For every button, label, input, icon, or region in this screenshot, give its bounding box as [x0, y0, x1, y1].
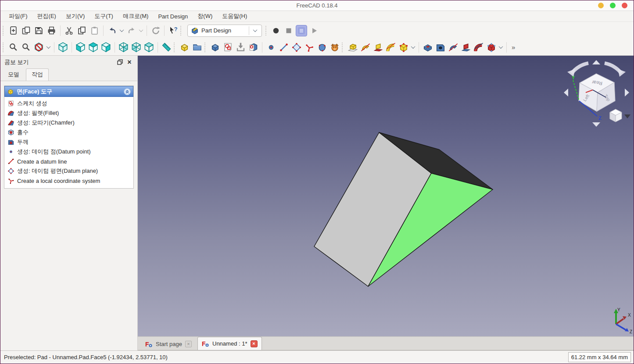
local-coordinate-system-button[interactable]	[303, 41, 315, 54]
tab-close-button[interactable]: ×	[251, 340, 258, 347]
additive-primitive-dropdown-icon[interactable]	[411, 44, 416, 49]
face-tools-header[interactable]: 면(Face) 도구	[4, 86, 133, 97]
fit-selection-button[interactable]	[20, 41, 32, 54]
revolution-button[interactable]	[359, 41, 372, 54]
task-item-thickness[interactable]: 두께	[4, 137, 133, 147]
menu-macro[interactable]: 매크로(M)	[118, 11, 154, 21]
hole-button[interactable]	[434, 41, 447, 54]
save-button[interactable]	[32, 24, 45, 37]
redo-dropdown-icon[interactable]	[139, 28, 143, 32]
toolbar-grip[interactable]	[3, 26, 5, 36]
task-item-datum-point[interactable]: 생성: 데이텀 점(Datum point)	[4, 147, 133, 157]
menu-help[interactable]: 도움말(H)	[217, 11, 252, 21]
rotate-ccw-arrow-icon[interactable]	[564, 89, 568, 96]
left-view-button[interactable]	[143, 41, 155, 54]
menu-part-design[interactable]: Part Design	[153, 12, 193, 21]
open-group-button[interactable]	[191, 41, 204, 54]
print-button[interactable]	[45, 24, 58, 37]
task-item-datum-line[interactable]: Create a datum line	[4, 157, 133, 166]
refresh-button[interactable]	[149, 24, 162, 37]
undo-button[interactable]	[106, 24, 118, 37]
rotate-right-arrow-icon[interactable]	[618, 69, 626, 77]
navcube-menu-cube-icon[interactable]	[610, 109, 622, 122]
copy-button[interactable]	[75, 24, 88, 37]
panel-close-button[interactable]: ×	[125, 58, 133, 66]
toolbar-grip[interactable]	[265, 26, 268, 36]
task-item-chamfer[interactable]: 생성: 모따기(Chamfer)	[4, 118, 133, 128]
create-body-button[interactable]	[209, 41, 222, 54]
datum-point-button[interactable]	[265, 41, 277, 54]
macro-record-button[interactable]	[270, 24, 283, 37]
cut-button[interactable]	[63, 24, 75, 37]
menu-file[interactable]: 파일(F)	[4, 11, 32, 21]
paste-button[interactable]	[88, 24, 101, 37]
additive-primitive-button[interactable]	[397, 41, 410, 54]
edit-sketch-button[interactable]	[234, 41, 247, 54]
draw-style-dropdown-icon[interactable]	[47, 44, 51, 49]
redo-button[interactable]	[125, 24, 138, 37]
pocket-button[interactable]	[421, 41, 434, 54]
task-item-local-cs[interactable]: Create a local coordinate system	[4, 176, 133, 186]
datum-line-button[interactable]	[277, 41, 290, 54]
section-collapse-button[interactable]	[124, 88, 131, 95]
draw-style-button[interactable]	[32, 41, 45, 54]
tab-unnamed-document[interactable]: F Unnamed : 1* ×	[197, 337, 262, 350]
tab-start-page[interactable]: F Start page ×	[141, 338, 196, 350]
panel-float-button[interactable]	[116, 58, 124, 66]
rotate-cw-arrow-icon[interactable]	[625, 89, 629, 96]
front-view-button[interactable]	[74, 41, 87, 54]
top-view-button[interactable]	[87, 41, 100, 54]
menu-view[interactable]: 보기(V)	[61, 11, 90, 21]
datum-plane-button[interactable]	[290, 41, 303, 54]
task-item-create-sketch[interactable]: 스케치 생성	[4, 99, 133, 108]
task-item-fillet[interactable]: 생성: 필렛(Fillet)	[4, 108, 133, 118]
menu-edit[interactable]: 편집(E)	[32, 11, 61, 21]
toolbar-grip[interactable]	[342, 43, 344, 52]
axonometric-view-button[interactable]	[57, 41, 69, 54]
subtractive-primitive-dropdown-icon[interactable]	[499, 44, 503, 49]
subtractive-primitive-button[interactable]	[485, 41, 498, 54]
create-part-button[interactable]	[178, 41, 191, 54]
whats-this-button[interactable]: ?	[167, 24, 179, 37]
tilt-up-arrow-icon[interactable]	[592, 60, 600, 64]
tilt-down-arrow-icon[interactable]	[592, 122, 600, 127]
clone-button[interactable]	[328, 41, 341, 54]
additive-sweep-button[interactable]	[384, 41, 397, 54]
open-document-button[interactable]	[20, 24, 32, 37]
bottom-view-button[interactable]	[130, 41, 143, 54]
tab-tasks[interactable]: 작업	[26, 68, 49, 81]
toolbar-grip[interactable]	[174, 43, 176, 52]
toolbar-grip[interactable]	[204, 43, 207, 52]
shape-binder-button[interactable]	[315, 41, 328, 54]
new-document-button[interactable]	[7, 24, 20, 37]
subtractive-sweep-button[interactable]	[472, 41, 485, 54]
task-item-hole[interactable]: 홀수	[4, 128, 133, 137]
tab-close-button[interactable]: ×	[185, 341, 192, 347]
navigation-cube[interactable]: Rear Left Top Y Z	[560, 57, 633, 130]
fit-all-button[interactable]	[7, 41, 20, 54]
pad-button[interactable]	[346, 41, 359, 54]
toolbar-overflow-button[interactable]: »	[509, 43, 518, 51]
maximize-button[interactable]	[610, 3, 616, 8]
navcube-menu-dropdown-icon[interactable]	[624, 114, 630, 118]
measure-distance-button[interactable]	[160, 41, 173, 54]
macro-execute-button[interactable]	[308, 24, 321, 37]
menu-windows[interactable]: 창(W)	[193, 11, 217, 21]
undo-dropdown-icon[interactable]	[120, 28, 124, 32]
additive-loft-button[interactable]	[372, 41, 384, 54]
task-item-datum-plane[interactable]: 생성: 데이텀 평면(Datum plane)	[4, 166, 133, 176]
workbench-selector[interactable]: Part Design	[187, 25, 262, 37]
subtractive-loft-button[interactable]	[459, 41, 472, 54]
3d-view[interactable]: Rear Left Top Y Z	[138, 56, 634, 336]
map-sketch-to-face-button[interactable]	[247, 41, 260, 54]
create-sketch-button[interactable]	[222, 41, 234, 54]
macro-stop-button[interactable]	[283, 24, 295, 37]
minimize-button[interactable]	[598, 3, 604, 8]
tab-model[interactable]: 모델	[2, 68, 25, 81]
menu-tools[interactable]: 도구(T)	[90, 11, 118, 21]
toolbar-grip[interactable]	[180, 26, 183, 36]
rear-view-button[interactable]	[117, 41, 130, 54]
macro-edit-button[interactable]	[295, 24, 308, 37]
right-view-button[interactable]	[100, 41, 112, 54]
toolbar-grip[interactable]	[3, 43, 5, 52]
